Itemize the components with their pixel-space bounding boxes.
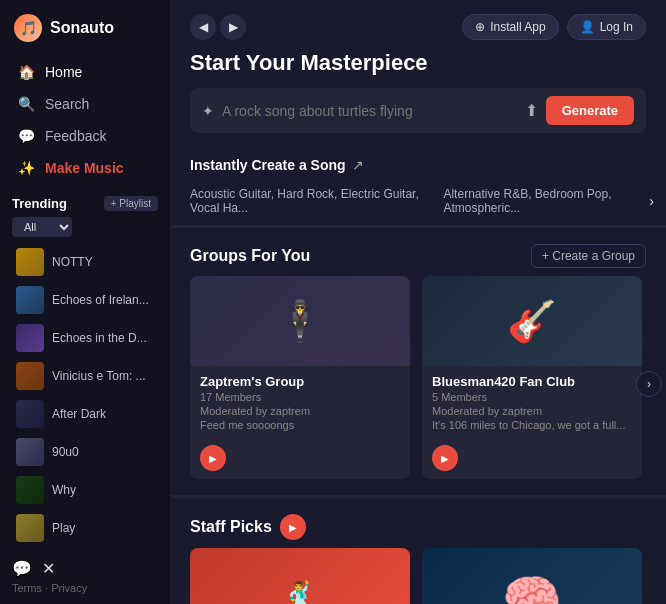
- instantly-create-label: Instantly Create a Song: [190, 157, 346, 173]
- footer-links: Terms · Privacy: [12, 582, 158, 594]
- list-item[interactable]: NOTTY: [12, 243, 158, 281]
- sidebar-item-make-music-label: Make Music: [45, 160, 124, 176]
- top-nav: ◀ ▶ ⊕ Install App 👤 Log In: [170, 0, 666, 50]
- create-song-bar: ✦ ⬆ Generate: [190, 88, 646, 133]
- top-actions: ⊕ Install App 👤 Log In: [462, 14, 646, 40]
- section-divider: [170, 225, 666, 228]
- song-title: NOTTY: [52, 255, 93, 269]
- sidebar-item-feedback[interactable]: 💬 Feedback: [8, 120, 162, 152]
- footer-icons: 💬 ✕: [12, 559, 158, 578]
- groups-title: Groups For You: [190, 247, 310, 265]
- staff-picks-title: Staff Picks: [190, 518, 272, 536]
- list-item[interactable]: Vinicius e Tom: ...: [12, 357, 158, 395]
- group-members: 17 Members: [200, 391, 400, 403]
- list-item[interactable]: Echoes in the D...: [12, 319, 158, 357]
- group-play-button[interactable]: ▶: [432, 445, 458, 471]
- trending-header: Trending + Playlist: [12, 196, 158, 211]
- song-thumbnail: [16, 514, 44, 542]
- nav-items: 🏠 Home 🔍 Search 💬 Feedback ✨ Make Music: [0, 52, 170, 188]
- list-item[interactable]: After Dark: [12, 395, 158, 433]
- terms-link[interactable]: Terms: [12, 582, 42, 594]
- install-app-button[interactable]: ⊕ Install App: [462, 14, 558, 40]
- groups-header: Groups For You + Create a Group: [170, 232, 666, 276]
- login-button[interactable]: 👤 Log In: [567, 14, 646, 40]
- trending-filter[interactable]: All: [12, 217, 72, 237]
- group-moderated: Moderated by zaptrem: [432, 405, 632, 417]
- group-image: 🕴: [190, 276, 410, 366]
- song-thumbnail: [16, 400, 44, 428]
- tag-group-2[interactable]: Alternative R&B, Bedroom Pop, Atmospheri…: [443, 187, 646, 215]
- group-name: Bluesman420 Fan Club: [432, 374, 632, 389]
- musician-icon: 🎸: [507, 298, 557, 345]
- sidebar-item-make-music[interactable]: ✨ Make Music: [8, 152, 162, 184]
- discord-icon[interactable]: 💬: [12, 559, 32, 578]
- tag-group-1[interactable]: Acoustic Guitar, Hard Rock, Electric Gui…: [190, 187, 427, 215]
- back-button[interactable]: ◀: [190, 14, 216, 40]
- app-logo: 🎵: [14, 14, 42, 42]
- filter-row: All: [12, 217, 158, 237]
- group-info: Zaptrem's Group 17 Members Moderated by …: [190, 366, 410, 439]
- group-image: 🎸: [422, 276, 642, 366]
- list-item[interactable]: Play: [12, 509, 158, 545]
- sidebar: 🎵 Sonauto 🏠 Home 🔍 Search 💬 Feedback ✨ M…: [0, 0, 170, 604]
- twitter-icon[interactable]: ✕: [42, 559, 55, 578]
- app-title: Sonauto: [50, 19, 114, 37]
- list-item[interactable]: 90u0: [12, 433, 158, 471]
- group-card: 🎸 Bluesman420 Fan Club 5 Members Moderat…: [422, 276, 642, 479]
- song-title: 90u0: [52, 445, 79, 459]
- song-thumbnail: [16, 324, 44, 352]
- search-icon: 🔍: [18, 96, 35, 112]
- sidebar-item-home-label: Home: [45, 64, 82, 80]
- group-moderated: Moderated by zaptrem: [200, 405, 400, 417]
- playlist-button[interactable]: + Playlist: [104, 196, 158, 211]
- forward-button[interactable]: ▶: [220, 14, 246, 40]
- sidebar-item-home[interactable]: 🏠 Home: [8, 56, 162, 88]
- groups-next-icon[interactable]: ›: [636, 371, 662, 397]
- user-icon: 👤: [580, 20, 595, 34]
- hero-section: Start Your Masterpiece ✦ ⬆ Generate: [170, 50, 666, 149]
- sidebar-header: 🎵 Sonauto: [0, 0, 170, 52]
- song-thumbnail: [16, 362, 44, 390]
- song-prompt-input[interactable]: [222, 103, 517, 119]
- list-item[interactable]: Echoes of Irelan...: [12, 281, 158, 319]
- brain-icon: 🧠: [502, 570, 562, 604]
- create-group-button[interactable]: + Create a Group: [531, 244, 646, 268]
- privacy-link[interactable]: Privacy: [51, 582, 87, 594]
- staff-picks-play-icon[interactable]: ▶: [280, 514, 306, 540]
- install-icon: ⊕: [475, 20, 485, 34]
- instantly-create-row: Instantly Create a Song ↗: [170, 149, 666, 181]
- song-thumbnail: [16, 438, 44, 466]
- main-content: ◀ ▶ ⊕ Install App 👤 Log In Start Your Ma…: [170, 0, 666, 604]
- share-icon[interactable]: ↗: [352, 157, 364, 173]
- tags-chevron-icon[interactable]: ›: [629, 189, 662, 213]
- list-item[interactable]: Why: [12, 471, 158, 509]
- song-title: Vinicius e Tom: ...: [52, 369, 146, 383]
- nav-arrows: ◀ ▶: [190, 14, 246, 40]
- upload-button[interactable]: ⬆: [525, 101, 538, 120]
- person-icon: 🕴: [275, 298, 325, 345]
- staff-picks-header: Staff Picks ▶: [170, 502, 666, 548]
- group-play-button[interactable]: ▶: [200, 445, 226, 471]
- song-thumbnail: [16, 476, 44, 504]
- trending-label: Trending: [12, 196, 67, 211]
- tags-row: Acoustic Guitar, Hard Rock, Electric Gui…: [170, 181, 666, 221]
- sparkle-icon: ✦: [202, 103, 214, 119]
- feedback-icon: 💬: [18, 128, 35, 144]
- sidebar-item-feedback-label: Feedback: [45, 128, 106, 144]
- sidebar-footer: 💬 ✕ Terms · Privacy: [0, 549, 170, 604]
- song-thumbnail: [16, 248, 44, 276]
- pick-image: 🧠 ▶ v2: [422, 548, 642, 604]
- song-title: Play: [52, 521, 75, 535]
- group-members: 5 Members: [432, 391, 632, 403]
- generate-button[interactable]: Generate: [546, 96, 634, 125]
- sidebar-item-search-label: Search: [45, 96, 89, 112]
- group-description: It's 106 miles to Chicago, we got a full…: [432, 419, 632, 431]
- group-card: 🕴 Zaptrem's Group 17 Members Moderated b…: [190, 276, 410, 479]
- make-music-icon: ✨: [18, 160, 35, 176]
- group-name: Zaptrem's Group: [200, 374, 400, 389]
- group-info: Bluesman420 Fan Club 5 Members Moderated…: [422, 366, 642, 439]
- sidebar-item-search[interactable]: 🔍 Search: [8, 88, 162, 120]
- trending-section: Trending + Playlist All NOTTY Echoes of …: [0, 188, 170, 549]
- picks-list: 🕺 ▶ v2 Disco Donald zaptrem KUQIMAO disc…: [170, 548, 666, 604]
- song-title: Echoes in the D...: [52, 331, 147, 345]
